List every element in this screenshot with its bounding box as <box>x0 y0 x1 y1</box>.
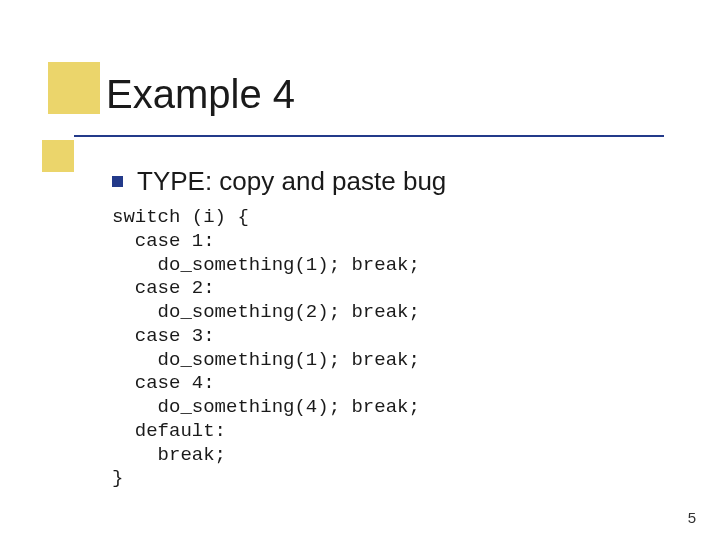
decorative-square-top <box>48 62 100 114</box>
subtitle-row: TYPE: copy and paste bug <box>112 166 446 197</box>
slide-title: Example 4 <box>106 72 295 117</box>
subtitle-text: TYPE: copy and paste bug <box>137 166 446 197</box>
decorative-square-left <box>42 140 74 172</box>
code-block: switch (i) { case 1: do_something(1); br… <box>112 206 420 491</box>
title-underline <box>74 135 664 137</box>
page-number: 5 <box>688 509 696 526</box>
square-bullet-icon <box>112 176 123 187</box>
